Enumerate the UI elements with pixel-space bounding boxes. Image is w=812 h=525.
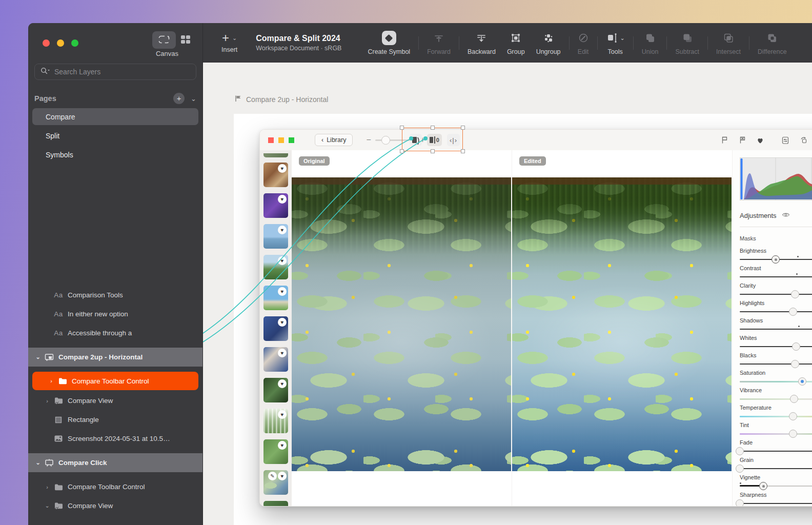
layer-compare-toolbar-control[interactable]: ›Compare Toolbar Control (32, 372, 198, 390)
slider-knob[interactable] (789, 412, 797, 420)
layer-compare-view[interactable]: ⌄Compare View (28, 496, 202, 515)
slider-knob[interactable] (772, 255, 780, 264)
slider-track[interactable] (740, 307, 812, 316)
layer-compare-view[interactable]: ›Compare View (28, 391, 202, 410)
rotate-icon[interactable] (799, 135, 808, 145)
toolbar-edit-button[interactable]: Edit (578, 30, 589, 55)
eye-icon[interactable] (782, 212, 790, 219)
toolbar-difference-button[interactable]: Difference (758, 30, 787, 55)
pages-collapse-chevron-icon[interactable]: ⌄ (191, 95, 196, 103)
toolbar-tools-button[interactable]: ⌄Tools (606, 30, 625, 55)
edit-adjustments-icon[interactable] (781, 135, 790, 145)
layer-comparison-tools[interactable]: AaComparison Tools (28, 286, 202, 305)
flag-cancel-icon[interactable] (738, 135, 747, 145)
slider-knob[interactable] (736, 447, 744, 455)
resize-handle[interactable] (431, 149, 435, 153)
toolbar-backward-button[interactable]: Backward (468, 30, 496, 55)
thumbnail-waterfall-green[interactable]: ♥ (263, 409, 288, 433)
layer-accessible-through-a[interactable]: AaAccessible through a (28, 324, 202, 342)
slider-track[interactable] (740, 325, 812, 334)
insert-button[interactable]: +⌄ Insert (218, 32, 240, 54)
thumbnail-person-green[interactable]: ♥ (263, 378, 288, 402)
components-view-button[interactable] (180, 34, 191, 47)
toolbar-forward-button[interactable]: Forward (427, 30, 451, 55)
toolbar-ungroup-button[interactable]: Ungroup (536, 30, 561, 55)
slider-track[interactable] (740, 342, 812, 351)
layer-rectangle[interactable]: Rectangle (28, 410, 202, 429)
resize-handle[interactable] (431, 126, 435, 130)
slider-knob[interactable] (798, 377, 806, 386)
chevron-down-icon[interactable]: ⌄ (34, 354, 42, 360)
slider-knob[interactable] (790, 395, 798, 403)
layer-compare-toolbar-control[interactable]: ›Compare Toolbar Control (28, 477, 202, 496)
toolbar-create-symbol-button[interactable]: Create Symbol (368, 30, 410, 55)
resize-handle[interactable] (461, 149, 465, 153)
chevron-right-icon[interactable]: › (44, 484, 51, 490)
slider-track[interactable] (740, 290, 812, 299)
toolbar-group-button[interactable]: Group (507, 30, 525, 55)
slider-knob[interactable] (789, 430, 797, 438)
resize-handle[interactable] (400, 149, 404, 153)
chevron-right-icon[interactable]: › (44, 398, 51, 404)
chevron-down-icon[interactable]: ⌄ (44, 502, 51, 509)
thumbnail-arcade-purple[interactable]: ♥ (263, 193, 288, 218)
search-input[interactable] (53, 67, 191, 76)
slider-track[interactable] (740, 499, 812, 506)
zoom-out-icon[interactable]: − (366, 135, 371, 145)
slider-knob[interactable] (736, 465, 744, 473)
layer-compare-2up-horizontal[interactable]: ⌄Compare 2up - Horizontal (28, 348, 202, 367)
layer-screenshot-2024-05-31-at-10-5[interactable]: Screenshot 2024-05-31 at 10.5… (28, 429, 202, 448)
page-item-split[interactable]: Split (32, 127, 198, 144)
slider-knob[interactable] (789, 308, 797, 316)
chevron-down-icon[interactable]: ⌄ (34, 459, 42, 466)
slider-track[interactable] (740, 394, 812, 403)
slider-knob[interactable] (791, 360, 799, 368)
canvas-area[interactable]: Compare 2up - Horizontal ‹ (203, 63, 812, 525)
thumbnail-people-blue-1[interactable]: ♥ (263, 316, 288, 341)
resize-handle[interactable] (400, 126, 404, 130)
slider-track[interactable] (740, 429, 812, 438)
add-page-button[interactable]: + (173, 93, 185, 104)
toolbar-union-button[interactable]: Union (642, 30, 659, 55)
library-back-button[interactable]: ‹ Library (315, 134, 353, 146)
slider-track[interactable] (740, 359, 812, 369)
flag-icon[interactable] (720, 135, 729, 145)
layer-in-either-new-option[interactable]: AaIn either new option (28, 305, 202, 324)
layer-compare-click[interactable]: ⌄Compare Click (28, 453, 202, 472)
toolbar-intersect-button[interactable]: Intersect (716, 30, 741, 55)
minimize-button[interactable] (57, 39, 64, 47)
slider-track[interactable] (740, 255, 812, 264)
thumbnail-lighthouse-forest[interactable]: ♥ (263, 255, 288, 279)
resize-handle[interactable] (461, 126, 465, 130)
slider-knob[interactable] (759, 482, 767, 490)
thumbnail-lighthouse-harbor[interactable]: ♥ (263, 224, 288, 249)
canvas-view-button[interactable] (152, 31, 176, 49)
mockup-minimize-button[interactable] (278, 137, 284, 143)
mockup-close-button[interactable] (268, 137, 274, 143)
slider-track[interactable] (740, 412, 812, 421)
selection-box[interactable] (402, 128, 463, 151)
thumbnail-partial-green[interactable] (263, 501, 288, 506)
artboard[interactable]: ‹ Library − + )0‹|› ♥ (234, 114, 812, 525)
slider-track[interactable] (740, 447, 812, 456)
zoom-slider-knob[interactable] (381, 136, 390, 145)
thumbnail-scrolled-partial[interactable] (263, 153, 288, 157)
zoom-button[interactable] (71, 39, 78, 47)
slider-knob[interactable] (792, 342, 800, 351)
close-button[interactable] (43, 39, 50, 47)
search-layers-field[interactable] (34, 64, 196, 80)
page-item-symbols[interactable]: Symbols (32, 146, 198, 163)
slider-knob[interactable] (791, 290, 799, 298)
thumbnail-family-meal[interactable]: ♥ (263, 163, 288, 187)
page-item-compare[interactable]: Compare (32, 108, 198, 125)
artboard-label[interactable]: Compare 2up - Horizontal (235, 95, 328, 104)
toolbar-subtract-button[interactable]: Subtract (675, 30, 699, 55)
thumbnail-lighthouse-beach[interactable]: ♥ (263, 286, 288, 310)
thumbnail-lilypads-edited[interactable]: ✎♥ (263, 470, 288, 495)
thumbnail-people-blue-2[interactable]: ♥ (263, 347, 288, 372)
mockup-zoom-button[interactable] (289, 137, 294, 143)
slider-track[interactable] (740, 272, 812, 281)
slider-track[interactable] (740, 464, 812, 473)
thumbnail-grass-green[interactable]: ♥ (263, 439, 288, 464)
slider-knob[interactable] (736, 499, 744, 506)
